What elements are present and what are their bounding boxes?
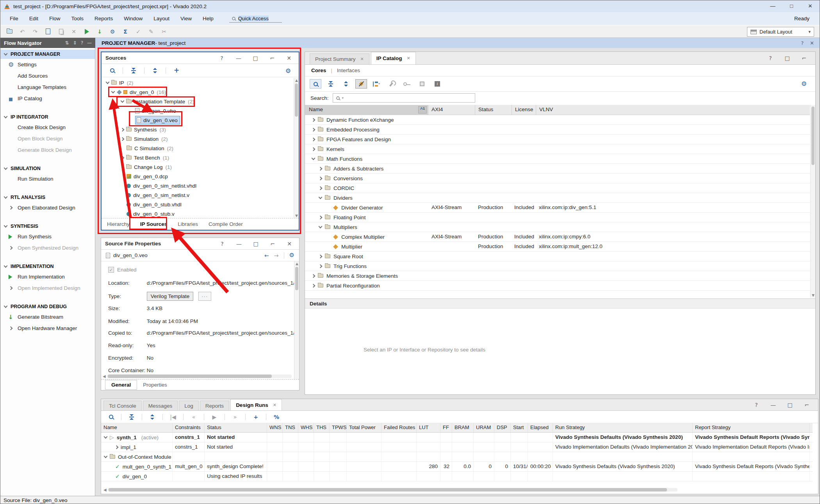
fn-item-run-simulation[interactable]: Run Simulation xyxy=(0,173,95,185)
runs-column-start[interactable]: Start xyxy=(511,423,528,432)
ip-row-fpga-features-and-design[interactable]: FPGA Features and Design xyxy=(305,135,810,144)
back-icon[interactable]: ← xyxy=(264,253,269,258)
chevron-down-icon[interactable] xyxy=(319,195,323,199)
enabled-checkbox[interactable]: ✓ xyxy=(108,267,114,273)
help-button[interactable]: ? xyxy=(750,400,762,410)
chevron-down-icon[interactable] xyxy=(4,195,8,199)
ip-catalog-scrollbar[interactable]: ▼ xyxy=(810,105,815,298)
runs-column-ths[interactable]: THS xyxy=(314,423,330,432)
tab-ip-catalog[interactable]: IP Catalog✕ xyxy=(371,52,416,64)
settings-gear-icon[interactable]: ⚙ xyxy=(801,81,807,87)
menu-window[interactable]: Window xyxy=(118,16,148,21)
chevron-right-icon[interactable] xyxy=(312,274,316,278)
delete-button[interactable]: ✕ xyxy=(68,27,80,36)
step-back-button[interactable]: « xyxy=(188,412,200,422)
expand-all-icon[interactable]: ⇕ xyxy=(73,40,77,46)
add-button[interactable]: + xyxy=(250,412,262,422)
tab-messages[interactable]: Messages xyxy=(143,401,178,410)
run-row-mult-gen-0-synth-1[interactable]: ✓mult_gen_0_synth_1mult_gen_0synth_desig… xyxy=(101,462,813,472)
menu-layout[interactable]: Layout xyxy=(148,16,175,21)
fn-section-ip-integrator[interactable]: IP INTEGRATOR xyxy=(0,112,95,122)
chevron-right-icon[interactable] xyxy=(9,327,13,330)
ip-filter-button[interactable] xyxy=(355,79,367,89)
src-node-test-bench[interactable]: Test Bench(1) xyxy=(102,153,294,162)
bitstream-button[interactable]: ↓ xyxy=(94,27,105,36)
ip-row-floating-point[interactable]: Floating Point xyxy=(305,213,810,222)
menu-view[interactable]: View xyxy=(175,16,197,21)
settings-button[interactable]: ⚙ xyxy=(107,27,118,36)
runs-column-bram[interactable]: BRAM xyxy=(452,423,474,432)
hierarchy-button[interactable]: ▾ xyxy=(371,79,382,89)
src-node-div-gen-0-veo[interactable]: div_gen_0.veo xyxy=(102,115,294,125)
chevron-down-icon[interactable] xyxy=(4,264,8,268)
chevron-right-icon[interactable] xyxy=(319,167,323,170)
ip-row-divider-generator[interactable]: Divider GeneratorAXI4-StreamProductionIn… xyxy=(305,203,810,213)
ip-row-partial-reconfiguration[interactable]: Partial Reconfiguration xyxy=(305,281,810,291)
sfp-panel-header[interactable]: Source File Properties ?—□⌐✕ xyxy=(101,238,299,250)
ip-row-conversions[interactable]: Conversions xyxy=(305,174,810,183)
expand-all-button[interactable] xyxy=(340,79,352,89)
maximize-button[interactable]: □ xyxy=(250,239,262,248)
menu-file[interactable]: File xyxy=(4,16,24,21)
fn-item-open-elaborated-design[interactable]: Open Elaborated Design xyxy=(0,202,95,213)
step-forward-button[interactable]: » xyxy=(229,412,241,422)
ip-row-multipliers[interactable]: Multipliers xyxy=(305,222,810,232)
fn-section-implementation[interactable]: IMPLEMENTATION xyxy=(0,262,95,271)
fn-item-generate-bitstream[interactable]: ↓Generate Bitstream xyxy=(0,311,95,323)
runs-column-dsp[interactable]: DSP xyxy=(494,423,511,432)
fn-item-language-templates[interactable]: Language Templates xyxy=(0,82,95,93)
ip-row-trig-functions[interactable]: Trig Functions xyxy=(305,261,810,271)
details-header[interactable]: Details xyxy=(305,298,815,309)
search-button[interactable] xyxy=(106,66,118,75)
help-icon[interactable]: ? xyxy=(801,40,804,46)
chevron-down-icon[interactable] xyxy=(319,225,323,229)
run-button[interactable] xyxy=(81,27,93,36)
float-button[interactable]: ⌐ xyxy=(266,53,278,63)
ip-row-cordic[interactable]: CORDIC xyxy=(305,183,810,193)
tab-tcl-console[interactable]: Tcl Console xyxy=(103,401,142,410)
close-icon[interactable]: ✕ xyxy=(801,0,820,12)
column-status[interactable]: Status xyxy=(475,105,512,115)
tab-ip-sources[interactable]: IP Sources xyxy=(140,221,168,227)
expand-all-button[interactable] xyxy=(149,66,161,75)
ip-row-complex-multiplier[interactable]: Complex MultiplierAXI4-StreamProductionI… xyxy=(305,232,810,242)
src-node-change-log[interactable]: Change Log(1) xyxy=(102,162,294,172)
close-icon[interactable]: ✕ xyxy=(810,40,814,46)
close-button[interactable]: ✕ xyxy=(283,239,295,248)
go-first-button[interactable]: |◀ xyxy=(167,412,179,422)
chevron-right-icon[interactable] xyxy=(121,137,125,141)
ip-row-embedded-processing[interactable]: Embedded Processing xyxy=(305,125,810,135)
menu-flow[interactable]: Flow xyxy=(44,16,66,21)
menu-reports[interactable]: Reports xyxy=(89,16,118,21)
copy-button[interactable] xyxy=(55,27,67,36)
float-button[interactable]: ⌐ xyxy=(798,53,810,63)
ip-row-math-functions[interactable]: Math Functions xyxy=(305,154,810,164)
src-node-synthesis[interactable]: Synthesis(3) xyxy=(102,125,294,134)
runs-column-total-power[interactable]: Total Power xyxy=(347,423,381,432)
close-icon[interactable]: ✕ xyxy=(273,403,276,408)
type-more-button[interactable]: ··· xyxy=(198,292,211,301)
sources-scrollbar[interactable]: ▲ ▼ xyxy=(294,78,299,218)
scroll-up-icon[interactable]: ▲ xyxy=(294,78,299,82)
fn-section-synthesis[interactable]: SYNTHESIS xyxy=(0,222,95,231)
search-button[interactable] xyxy=(310,79,321,89)
runs-column-run-strategy[interactable]: Run Strategy xyxy=(553,423,693,432)
chevron-right-icon[interactable] xyxy=(312,284,316,287)
column-vlnv[interactable]: VLNV xyxy=(536,105,810,115)
chevron-down-icon[interactable] xyxy=(312,156,316,160)
ip-search-input[interactable]: ▾ xyxy=(333,93,475,103)
close-icon[interactable]: ✕ xyxy=(360,57,364,62)
fn-item-run-synthesis[interactable]: Run Synthesis xyxy=(0,231,95,242)
runs-column-lut[interactable]: LUT xyxy=(417,423,440,432)
runs-column-report-strategy[interactable]: Report Strategy xyxy=(693,423,810,432)
runs-column-tns[interactable]: TNS xyxy=(283,423,298,432)
src-node-ip[interactable]: IP(2) xyxy=(102,78,294,87)
src-node-div-gen-0-vho[interactable]: div_gen_0.vho xyxy=(102,106,294,115)
fn-item-open-hardware-manager[interactable]: Open Hardware Manager xyxy=(0,323,95,334)
collapse-all-icon[interactable]: ⇅ xyxy=(65,40,69,46)
src-node-simulation[interactable]: Simulation(2) xyxy=(102,134,294,144)
chip-button[interactable] xyxy=(416,79,428,89)
ip-row-kernels[interactable]: Kernels xyxy=(305,144,810,154)
chevron-down-icon[interactable] xyxy=(106,80,110,84)
tab-log[interactable]: Log xyxy=(179,401,199,410)
